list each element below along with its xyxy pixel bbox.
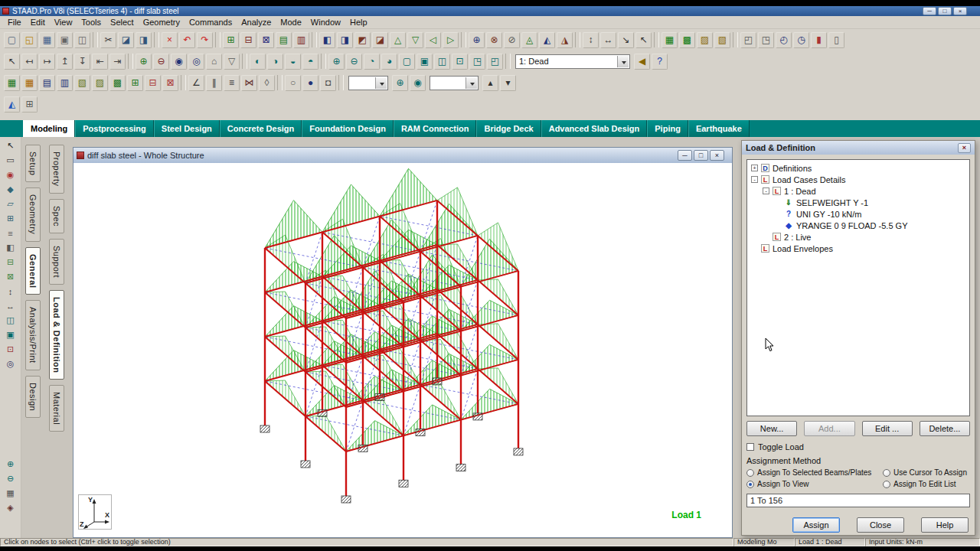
toolbar-icon[interactable]: ◑ — [267, 54, 283, 70]
tool-strip-icon[interactable]: ◫ — [3, 313, 18, 328]
mode-tab[interactable]: Modeling — [23, 120, 75, 137]
toolbar-icon[interactable]: ◉ — [171, 54, 187, 70]
toolbar-icon[interactable]: ◫ — [434, 54, 450, 70]
toolbar-icon[interactable]: ⋈ — [241, 75, 257, 91]
toolbar-icon[interactable]: ▽ — [224, 54, 240, 70]
toolbar-icon[interactable]: ✂ — [100, 32, 116, 48]
sidebar-tab[interactable]: Load & Definition — [49, 290, 64, 380]
mode-tab[interactable]: Piping — [647, 120, 688, 137]
toolbar-icon[interactable]: ▢ — [4, 32, 20, 48]
toolbar-icon[interactable]: ⊞ — [127, 75, 143, 91]
toolbar-icon[interactable]: ⊡ — [452, 54, 468, 70]
toolbar-icon[interactable]: ◘ — [320, 75, 336, 91]
toolbar-icon[interactable]: ▧ — [714, 32, 730, 48]
tool-strip-icon[interactable]: ⊕ — [3, 457, 18, 471]
sidebar-tab[interactable]: Material — [49, 385, 64, 432]
toolbar-icon[interactable]: ◨ — [337, 32, 353, 48]
toolbar-icon[interactable]: ◭ — [4, 96, 20, 112]
toolbar-icon[interactable]: ◐ — [250, 54, 266, 70]
tree-expander-icon[interactable]: - — [751, 176, 758, 183]
toolbar-icon[interactable]: ⊘ — [504, 32, 520, 48]
menu-item[interactable]: File — [3, 17, 26, 28]
toolbar-icon[interactable]: ⊟ — [145, 75, 161, 91]
dialog-action-button[interactable]: Assign — [792, 517, 840, 533]
tool-strip-icon[interactable]: ⊟ — [3, 255, 18, 269]
toolbar-icon[interactable]: ◒ — [285, 54, 301, 70]
toolbar-icon[interactable]: ◮ — [557, 32, 573, 48]
menu-item[interactable]: Mode — [276, 17, 306, 28]
dialog-action-button[interactable]: Help — [921, 517, 969, 533]
tree-item[interactable]: ? UNI GY -10 kN/m — [749, 208, 968, 220]
sidebar-tab[interactable]: General — [25, 247, 41, 295]
menu-item[interactable]: Window — [306, 17, 345, 28]
toolbar-icon[interactable]: ⊕ — [469, 32, 485, 48]
toolbar-icon[interactable]: ◀ — [634, 54, 650, 70]
toolbar-icon[interactable]: ↖ — [4, 54, 20, 70]
toolbar-icon[interactable]: ◪ — [118, 32, 134, 48]
toolbar-icon[interactable]: ◳ — [758, 32, 774, 48]
tool-strip-icon[interactable]: ▭ — [3, 153, 18, 168]
toolbar-icon[interactable]: ⌂ — [206, 54, 222, 70]
window-control-button[interactable]: □ — [938, 7, 952, 15]
toolbar-icon[interactable]: ◭ — [539, 32, 555, 48]
toolbar-icon[interactable]: ▤ — [276, 32, 292, 48]
toolbar-icon[interactable]: ◁ — [425, 32, 441, 48]
toolbar-icon[interactable]: ▩ — [109, 75, 126, 91]
toolbar-icon[interactable]: ◴ — [776, 32, 792, 48]
tool-strip-icon[interactable]: ◆ — [3, 182, 18, 197]
tree-expander-icon[interactable]: - — [763, 187, 769, 194]
toolbar-icon[interactable]: ▽ — [407, 32, 423, 48]
toolbar-icon[interactable]: ◨ — [136, 32, 152, 48]
assignment-radio-option[interactable]: Assign To Selected Beams/Plates — [746, 468, 883, 477]
toolbar-icon[interactable]: ◪ — [372, 32, 388, 48]
toolbar-icon[interactable]: ▧ — [74, 75, 90, 91]
toolbar-icon[interactable]: ⊖ — [153, 54, 169, 70]
tool-strip-icon[interactable]: ◉ — [3, 168, 18, 182]
spinner-button[interactable]: ▾ — [500, 75, 516, 91]
toolbar-icon[interactable]: ↖ — [635, 32, 652, 48]
toolbar-icon[interactable]: ↔ — [600, 32, 616, 48]
toolbar-combobox-1[interactable] — [348, 76, 388, 90]
toolbar-icon[interactable]: ↘ — [618, 32, 634, 48]
toolbar-icon[interactable]: ↶ — [179, 32, 195, 48]
tool-strip-icon[interactable]: ⊞ — [3, 211, 18, 226]
assignment-radio-option[interactable]: Assign To View — [746, 480, 883, 488]
sidebar-tab[interactable]: Design — [25, 376, 41, 418]
toolbar-icon[interactable]: ? — [652, 54, 668, 70]
toolbar-icon[interactable]: ◰ — [740, 32, 756, 48]
tree-item[interactable]: L 2 : Live — [749, 231, 968, 243]
tool-strip-icon[interactable]: ≡ — [3, 226, 18, 240]
toolbar-icon[interactable]: ◷ — [793, 32, 809, 48]
toolbar-icon[interactable]: ▥ — [293, 32, 309, 48]
tool-strip-icon[interactable]: ◈ — [3, 500, 18, 515]
mode-tab[interactable]: Advanced Slab Design — [541, 120, 648, 137]
toolbar-icon[interactable]: ≡ — [224, 75, 240, 91]
toolbar-icon[interactable]: ◊ — [259, 75, 275, 91]
toolbar-icon[interactable]: ◉ — [410, 75, 426, 91]
menu-item[interactable]: View — [50, 17, 77, 28]
toolbar-icon[interactable]: ▦ — [21, 75, 38, 91]
menu-item[interactable]: Tools — [77, 17, 106, 28]
toolbar-icon[interactable]: ▢ — [399, 54, 415, 70]
toolbar-icon[interactable]: ⊗ — [486, 32, 502, 48]
toolbar-icon[interactable]: ↦ — [39, 54, 55, 70]
toolbar-icon[interactable]: ▣ — [57, 32, 73, 48]
menu-item[interactable]: Commands — [185, 17, 237, 28]
tree-expander-icon[interactable]: + — [751, 165, 758, 171]
toolbar-icon[interactable]: ▩ — [679, 32, 695, 48]
menu-item[interactable]: Select — [106, 17, 139, 28]
spinner-button[interactable]: ▴ — [482, 75, 498, 91]
assignment-radio-option[interactable]: Assign To Edit List — [883, 480, 970, 488]
structure-model-canvas[interactable] — [74, 163, 732, 537]
toolbar-icon[interactable]: ◓ — [302, 54, 318, 70]
toolbar-icon[interactable]: ◩ — [354, 32, 371, 48]
toolbar-icon[interactable]: ↧ — [74, 54, 90, 70]
menu-item[interactable]: Edit — [26, 17, 50, 28]
toolbar-icon[interactable]: ▣ — [416, 54, 433, 70]
tree-item[interactable]: ⇓ SELFWEIGHT Y -1 — [749, 197, 968, 208]
mode-tab[interactable]: Earthquake — [688, 120, 750, 137]
model-window-titlebar[interactable]: diff slab steel - Whole Structure ─□× — [74, 148, 732, 163]
toolbar-icon[interactable]: ⊠ — [258, 32, 274, 48]
tree-item[interactable]: + D Definitions — [749, 162, 968, 174]
mode-tab[interactable]: Bridge Deck — [476, 120, 541, 137]
